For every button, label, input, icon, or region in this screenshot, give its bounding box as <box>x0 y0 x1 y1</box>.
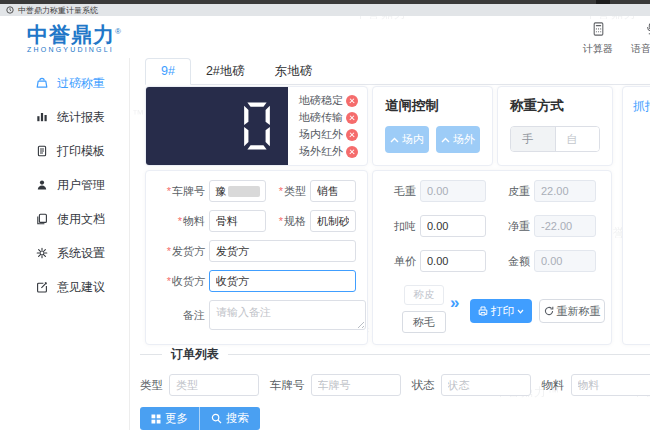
document-icon <box>36 213 48 225</box>
filter-material-input[interactable] <box>571 374 650 396</box>
plate-redacted-value <box>228 186 260 197</box>
status-scale-transmit: 地磅传输 <box>299 110 358 125</box>
app-icon <box>6 6 14 14</box>
material-field[interactable] <box>209 210 266 232</box>
gate-outside-button[interactable]: 场外 <box>436 126 480 153</box>
weighing-mode-card: 称重方式 手动 自动 <box>497 86 613 166</box>
spec-label: *规格 <box>272 214 306 229</box>
error-icon <box>346 129 358 141</box>
error-icon <box>346 95 358 107</box>
sender-field[interactable] <box>209 240 356 262</box>
mode-manual-option[interactable]: 手动 <box>511 127 556 151</box>
capture-title[interactable]: 抓拍 <box>633 99 650 113</box>
receiver-field[interactable] <box>209 270 356 292</box>
weights-card: 毛重 皮重 扣吨 净重 单价 金额 称皮 称毛 » 打印 <box>372 170 612 345</box>
sidebar-item-label: 统计报表 <box>57 109 105 126</box>
tare-label: 皮重 <box>496 184 530 199</box>
sidebar-item-reports[interactable]: 统计报表 <box>0 100 129 134</box>
vehicle-form-card: *车牌号 豫 *类型 *物料 *规格 *发货方 *收货方 备注 <box>145 170 368 345</box>
weigh-gross-button[interactable]: 称毛 <box>402 311 446 333</box>
status-scale-stable: 地磅稳定 <box>299 93 358 108</box>
status-infrared-outside: 场外红外 <box>299 144 358 159</box>
weight-display <box>146 87 288 165</box>
price-label: 单价 <box>384 254 416 269</box>
remark-label: 备注 <box>157 308 205 323</box>
gear-icon <box>36 247 48 259</box>
scale-status-list: 地磅稳定 地磅传输 场内红外 场外红外 <box>288 87 367 165</box>
spec-field[interactable] <box>310 210 356 232</box>
window-titlebar: 中誉鼎力称重计量系统 <box>0 4 650 16</box>
order-list-divider: 订单列表 <box>140 347 650 361</box>
brand-logo: 中誉鼎力® ZHONGYUDINGLI <box>27 21 122 53</box>
print-template-icon <box>36 145 48 157</box>
voice-broadcast-button[interactable]: 语音播报 <box>628 22 650 56</box>
refresh-icon <box>544 306 554 316</box>
remark-field[interactable] <box>209 300 366 330</box>
filter-plate-input[interactable] <box>311 374 401 396</box>
weigh-tare-button[interactable]: 称皮 <box>404 285 444 305</box>
receiver-label: *收货方 <box>157 274 205 289</box>
grid-icon <box>151 414 161 424</box>
bar-chart-icon <box>36 111 48 123</box>
net-label: 净重 <box>496 219 530 234</box>
tab-scale-east[interactable]: 东地磅 <box>260 59 328 84</box>
sidebar-item-users[interactable]: 用户管理 <box>0 168 129 202</box>
printer-icon <box>478 306 488 316</box>
tab-scale-2[interactable]: 2#地磅 <box>191 59 260 84</box>
sidebar-item-docs[interactable]: 使用文档 <box>0 202 129 236</box>
filter-actions: 更多 搜索 <box>140 407 260 430</box>
sidebar-item-label: 过磅称重 <box>57 75 105 92</box>
type-field[interactable] <box>310 180 356 202</box>
capture-card: 抓拍 <box>622 86 650 345</box>
filter-material-label: 物料 <box>542 378 565 393</box>
error-icon <box>346 146 358 158</box>
sidebar-item-feedback[interactable]: 意见建议 <box>0 270 129 304</box>
deduct-label: 扣吨 <box>384 219 416 234</box>
sidebar-item-label: 打印模板 <box>57 143 105 160</box>
voice-broadcast-label: 语音播报 <box>628 42 650 56</box>
search-button[interactable]: 搜索 <box>200 407 260 430</box>
material-label: *物料 <box>157 214 205 229</box>
filter-plate-label: 车牌号 <box>270 378 305 393</box>
reweigh-button[interactable]: 重新称重 <box>539 299 605 323</box>
search-icon <box>211 413 222 424</box>
calculator-button[interactable]: 计算器 <box>575 22 621 56</box>
error-icon <box>346 112 358 124</box>
scale-tabs: 9# 2#地磅 东地磅 <box>145 58 650 85</box>
calculator-label: 计算器 <box>575 42 621 56</box>
gross-label: 毛重 <box>384 184 416 199</box>
amount-label: 金额 <box>496 254 530 269</box>
window-title: 中誉鼎力称重计量系统 <box>18 5 98 16</box>
sidebar-item-label: 使用文档 <box>57 211 105 228</box>
tab-scale-9[interactable]: 9# <box>145 58 191 85</box>
sidebar-item-weighing[interactable]: 过磅称重 <box>0 66 129 100</box>
filter-type-label: 类型 <box>140 378 163 393</box>
plate-field[interactable]: 豫 <box>209 180 266 202</box>
type-label: *类型 <box>272 184 306 199</box>
print-button[interactable]: 打印 <box>470 299 532 323</box>
deduct-field[interactable] <box>420 215 486 237</box>
amount-field <box>534 250 596 272</box>
user-icon <box>36 179 48 191</box>
gross-field <box>420 180 486 202</box>
sidebar-item-label: 意见建议 <box>57 279 105 296</box>
order-filters: 类型 车牌号 状态 物料 <box>140 374 650 396</box>
sidebar-item-print-template[interactable]: 打印模板 <box>0 134 129 168</box>
chevron-down-icon <box>517 309 524 314</box>
filter-status-input[interactable] <box>441 374 531 396</box>
mode-auto-option[interactable]: 自动 <box>556 127 600 151</box>
more-button[interactable]: 更多 <box>140 407 200 430</box>
microphone-icon <box>645 22 650 36</box>
sender-label: *发货方 <box>157 244 205 259</box>
sidebar-item-settings[interactable]: 系统设置 <box>0 236 129 270</box>
scale-display-card: 地磅稳定 地磅传输 场内红外 场外红外 <box>145 86 368 166</box>
double-chevron-right-icon: » <box>450 293 459 313</box>
filter-type-input[interactable] <box>169 374 259 396</box>
sidebar-item-label: 系统设置 <box>57 245 105 262</box>
price-field[interactable] <box>420 250 486 272</box>
gate-inside-button[interactable]: 场内 <box>385 126 429 153</box>
brand-name-latin: ZHONGYUDINGLI <box>27 46 122 53</box>
feedback-edit-icon <box>36 281 48 293</box>
brand-name: 中誉鼎力® <box>27 21 122 46</box>
trademark-symbol: ® <box>115 27 122 36</box>
